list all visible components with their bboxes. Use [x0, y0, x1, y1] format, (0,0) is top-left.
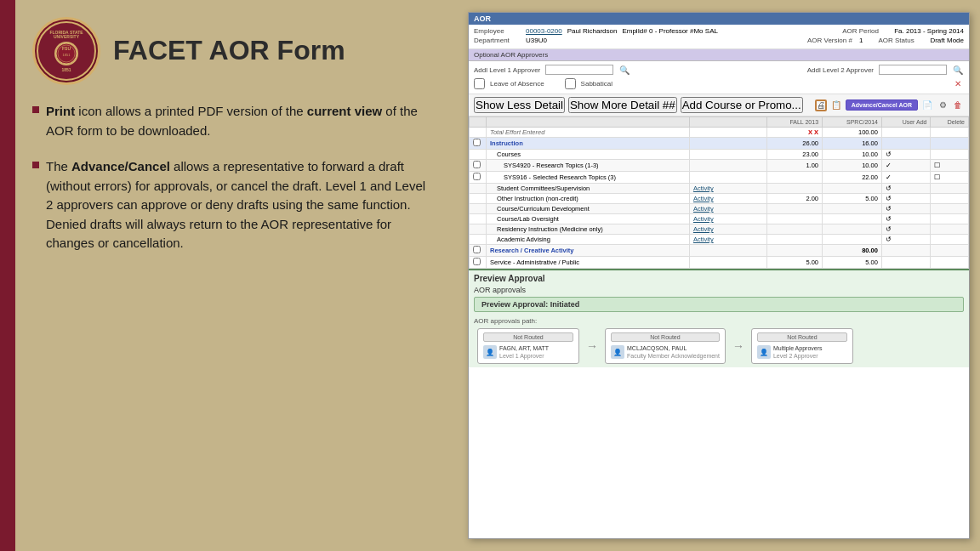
person-role-2: Faculty Member Acknowledgement — [627, 352, 720, 360]
total-effort-spring: 100.00 — [823, 128, 882, 138]
student-committees-label: Student Committees/Supervision — [487, 184, 690, 194]
curriculum-activity[interactable]: Activity — [689, 204, 766, 214]
col-checkbox-header — [470, 117, 487, 128]
sys916-checkbox[interactable] — [473, 173, 481, 180]
research-useradd — [881, 245, 931, 257]
instruction-checkbox[interactable] — [473, 139, 481, 146]
table-row: Total Effort Entered X X 100.00 — [470, 128, 969, 138]
employee-name: Paul Richardson — [567, 27, 618, 35]
student-committees-activity[interactable]: Activity — [689, 184, 766, 194]
curriculum-activity-link[interactable]: Activity — [693, 205, 714, 213]
addl-level2-label: Addl Level 2 Approver — [807, 66, 874, 74]
not-routed-badge-2: Not Routed — [611, 332, 720, 342]
student-committees-fall — [767, 184, 823, 194]
toolbar-copy-icon[interactable]: 📄 — [921, 99, 933, 111]
advising-activity[interactable]: Activity — [689, 235, 766, 245]
instruction-fall: 26.00 — [767, 138, 823, 150]
show-more-detail-button[interactable]: Show More Detail ## — [568, 97, 677, 113]
aor-period-value: Fa. 2013 - Spring 2014 — [894, 27, 964, 35]
sys4920-delete: ☐ — [931, 160, 969, 172]
addl-level1-input[interactable] — [545, 65, 613, 75]
leave-absence-checkbox[interactable] — [474, 78, 485, 89]
instruction-useradd — [881, 138, 931, 150]
table-row: Residency Instruction (Medicine only) Ac… — [470, 224, 969, 235]
residency-activity-link[interactable]: Activity — [693, 225, 714, 233]
research-checkbox[interactable] — [473, 246, 481, 253]
residency-spring — [823, 224, 882, 235]
other-instruction-activity-link[interactable]: Activity — [693, 195, 714, 202]
curriculum-label: Course/Curriculum Development — [487, 204, 690, 214]
toolbar-delete-icon[interactable]: 🗑 — [952, 99, 964, 111]
approvers-section: Addl Level 1 Approver 🔍 Addl Level 2 App… — [469, 61, 969, 94]
addl-level2-search-icon[interactable]: 🔍 — [952, 64, 964, 76]
curriculum-fall — [767, 204, 823, 214]
optional-approvers-header: Optional AOR Approvers — [469, 49, 969, 61]
residency-delete — [931, 224, 969, 235]
residency-activity[interactable]: Activity — [689, 224, 766, 235]
toolbar-settings-icon[interactable]: ⚙ — [937, 99, 949, 111]
residency-label: Residency Instruction (Medicine only) — [487, 224, 690, 235]
bullet-advance-bold: Advance/Cancel — [71, 159, 170, 173]
table-row: SYS4920 - Research Topics (1-3) 1.00 10.… — [470, 160, 969, 172]
other-instruction-activity[interactable]: Activity — [689, 194, 766, 204]
research-activity — [689, 245, 766, 257]
courses-label: Courses — [487, 150, 690, 160]
row-checkbox — [470, 235, 487, 245]
row-checkbox — [470, 172, 487, 184]
bullet-square-2 — [32, 162, 39, 168]
lab-oversight-activity[interactable]: Activity — [689, 214, 766, 224]
show-less-detail-button[interactable]: Show Less Detail — [474, 97, 565, 113]
lab-oversight-label: Course/Lab Oversight — [487, 214, 690, 224]
service-checkbox[interactable] — [473, 258, 481, 265]
add-course-button[interactable]: Add Course or Promo... — [681, 97, 803, 113]
advance-cancel-button[interactable]: Advance/Cancel AOR — [846, 99, 918, 111]
sabbatical-checkbox[interactable] — [565, 78, 576, 89]
advising-activity-link[interactable]: Activity — [693, 236, 714, 243]
table-row: Research / Creative Activity 80.00 — [470, 245, 969, 257]
bullet-print-bold2: current view — [307, 104, 382, 118]
aor-version-value: 1 — [859, 37, 863, 44]
row-checkbox — [470, 214, 487, 224]
approval-box-faculty: Not Routed 👤 MCLJACQSON, PAUL Faculty Me… — [605, 328, 726, 364]
table-header-row: FALL 2013 SPRC/2014 User Add Delete — [470, 117, 969, 128]
employee-id-link[interactable]: 00003-0200 — [526, 27, 562, 35]
residency-useradd: ↺ — [881, 224, 931, 235]
aor-period-label: AOR Period — [842, 27, 889, 35]
aor-status-value: Draft Mode — [930, 37, 964, 44]
col-fall2013-header: FALL 2013 — [767, 117, 823, 128]
addl-level1-search-icon[interactable]: 🔍 — [618, 64, 630, 76]
service-label: Service - Administrative / Public — [487, 257, 690, 269]
sys4920-checkbox[interactable] — [473, 161, 481, 168]
research-spring: 80.00 — [823, 245, 882, 257]
bullets-section: Print icon allows a printed PDF version … — [32, 102, 432, 534]
preview-status-value: Initiated — [550, 300, 580, 309]
lab-oversight-fall — [767, 214, 823, 224]
sys4920-activity — [689, 160, 766, 172]
person-details-1: FAGN, ART, MATT Level 1 Approver — [499, 344, 549, 360]
page-title: FACET AOR Form — [113, 36, 345, 65]
preview-status-text: Preview Approval: Initiated — [481, 300, 579, 309]
aor-approvals-label: AOR approvals — [474, 286, 964, 294]
table-row: SYS916 - Selected Research Topics (3) 22… — [470, 172, 969, 184]
emplid-value: EmplId# 0 - Professor #Mo SAL — [622, 27, 718, 35]
courses-fall: 23.00 — [767, 150, 823, 160]
delete-icon-top[interactable]: ✕ — [952, 77, 964, 89]
student-committees-activity-link[interactable]: Activity — [693, 185, 714, 192]
sys4920-fall: 1.00 — [767, 160, 823, 172]
sys916-delete: ☐ — [931, 172, 969, 184]
instruction-activity — [689, 138, 766, 150]
lab-oversight-spring — [823, 214, 882, 224]
person-role-3: Level 2 Approver — [773, 352, 823, 360]
addl-level2-input[interactable] — [879, 65, 947, 75]
data-table-container: FALL 2013 SPRC/2014 User Add Delete Tota… — [469, 116, 969, 269]
right-panel: AOR Employee 00003-0200 Paul Richardson … — [458, 0, 980, 551]
sys916-activity — [689, 172, 766, 184]
preview-status-label: Preview Approval: — [481, 300, 548, 309]
person-name-1: FAGN, ART, MATT — [499, 344, 549, 352]
copy-icon[interactable]: 📋 — [830, 99, 842, 111]
lab-oversight-activity-link[interactable]: Activity — [693, 215, 714, 223]
residency-fall — [767, 224, 823, 235]
service-useradd — [881, 257, 931, 269]
print-icon[interactable]: 🖨 — [815, 99, 827, 111]
col-delete-header: Delete — [931, 117, 969, 128]
